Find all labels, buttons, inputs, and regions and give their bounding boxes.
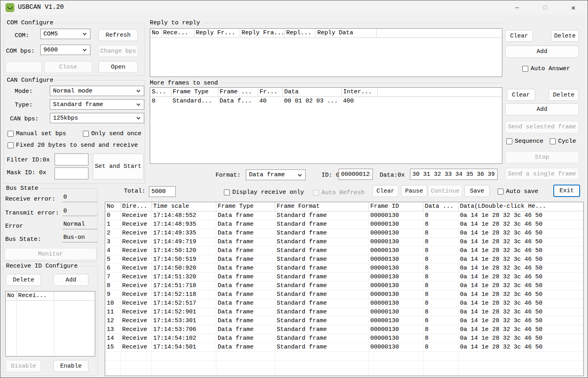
pause-button[interactable]: Pause	[401, 185, 427, 197]
table-row[interactable]: 13Receive17:14:53:706Data frameStandard …	[105, 325, 583, 334]
format-select[interactable]: Data frame	[246, 169, 306, 180]
continue-button[interactable]: Continue	[428, 185, 462, 197]
receive-clear-button[interactable]: Clear	[372, 185, 398, 197]
reply-delete-button[interactable]: Delete	[551, 30, 579, 42]
reply-clear-button[interactable]: Clear	[505, 30, 533, 42]
cycle-checkbox[interactable]: Cycle	[550, 138, 576, 145]
can-bps-select[interactable]: 125kbps	[50, 113, 144, 123]
auto-answer-checkbox[interactable]: Auto Answer	[522, 65, 570, 72]
column-header[interactable]: Frame ...	[218, 88, 258, 96]
send-single-frame-button[interactable]: Send a single frame	[505, 168, 579, 180]
frames-add-button[interactable]: Add	[505, 103, 579, 115]
exit-button[interactable]: Exit	[553, 185, 580, 197]
column-header[interactable]: Rece...	[161, 29, 194, 37]
column-header[interactable]: No	[6, 291, 16, 300]
table-cell: 2	[105, 228, 120, 237]
table-row[interactable]: 8Receive17:14:51:718Data frameStandard f…	[105, 281, 583, 290]
fixed-20-bytes-checkbox[interactable]: Fixed 20 bytes to send and receive	[8, 142, 138, 149]
change-bps-button[interactable]: Change bps	[98, 45, 138, 57]
table-row[interactable]: 5Receive17:14:50:519Data frameStandard f…	[105, 255, 583, 264]
manual-set-bps-checkbox[interactable]: Manual set bps	[8, 130, 66, 137]
column-header[interactable]: Reply Data	[316, 29, 376, 37]
com-bps-select[interactable]: 9600	[40, 45, 90, 55]
column-header[interactable]: No	[105, 202, 120, 211]
can-bps-value: 125kbps	[53, 115, 78, 122]
table-cell: 0	[105, 211, 120, 220]
receive-id-disable-button[interactable]: Disable	[6, 360, 41, 372]
sequence-checkbox[interactable]: Sequence	[506, 138, 543, 145]
column-header[interactable]: Recei...	[16, 291, 54, 300]
auto-refresh-checkbox[interactable]: Auto Refresh	[313, 189, 365, 196]
column-header[interactable]: Frame Format	[275, 202, 368, 211]
table-cell: 0a 14 1e 28 32 3c 46 50	[458, 255, 583, 264]
close-com-button[interactable]: Close	[44, 61, 92, 73]
column-header[interactable]: S...	[150, 88, 171, 96]
table-cell: Receive	[120, 325, 151, 334]
table-row[interactable]: 6Receive17:14:50:920Data frameStandard f…	[105, 264, 583, 272]
table-row[interactable]: 10Receive17:14:52:517Data frameStandard …	[105, 299, 583, 307]
column-header[interactable]: Dire...	[120, 202, 151, 211]
receive-table-container: NoDire...Time scaleFrame TypeFrame Forma…	[105, 202, 584, 376]
frames-delete-button[interactable]: Delete	[549, 89, 579, 101]
total-label: Total:	[124, 188, 145, 195]
column-header[interactable]: Repl...	[284, 29, 316, 37]
stop-button[interactable]: Stop	[505, 151, 579, 163]
mask-id-input[interactable]	[55, 167, 88, 179]
column-header[interactable]: Reply Fra...	[240, 29, 284, 37]
send-id-input[interactable]	[339, 169, 373, 180]
only-send-once-checkbox[interactable]: Only send once	[83, 130, 141, 137]
table-row[interactable]: 12Receive17:14:53:301Data frameStandard …	[105, 316, 583, 325]
column-header[interactable]: No	[150, 29, 161, 37]
column-header[interactable]: Reply Fr...	[194, 29, 240, 37]
column-header[interactable]: Data(LDouble-click He...	[458, 202, 583, 211]
table-cell: 00000130	[368, 211, 423, 220]
receive-id-table: NoRecei...	[6, 291, 95, 355]
column-header[interactable]: Data ...	[423, 202, 458, 211]
column-header[interactable]: Data	[282, 88, 341, 96]
table-row[interactable]: 9Receive17:14:52:118Data frameStandard f…	[105, 290, 583, 299]
reply-add-button[interactable]: Add	[505, 45, 579, 58]
table-row[interactable]: 1Receive17:14:48:935Data frameStandard f…	[105, 220, 583, 228]
table-row[interactable]: 15Receive17:14:54:501Data frameStandard …	[105, 343, 583, 351]
com-bps-label: COM bps:	[6, 48, 35, 55]
frames-clear-button[interactable]: Clear	[507, 89, 535, 101]
total-input[interactable]	[149, 186, 176, 197]
can-type-value: Standard frame	[53, 101, 103, 108]
can-mode-select[interactable]: Normal mode	[50, 86, 144, 96]
table-row[interactable]: 3Receive17:14:49:719Data frameStandard f…	[105, 237, 583, 246]
open-com-button[interactable]: Open	[98, 61, 138, 73]
table-cell: Standard frame	[275, 334, 368, 343]
save-button[interactable]: Save	[465, 185, 490, 197]
send-data-label: Data:0x	[380, 172, 405, 179]
column-header[interactable]: Frame Type	[171, 88, 218, 96]
refresh-button[interactable]: Refresh	[98, 29, 138, 41]
close-icon[interactable]: ✕	[564, 0, 582, 15]
table-row[interactable]: 4Receive17:14:50:120Data frameStandard f…	[105, 246, 583, 255]
table-row[interactable]: 7Receive17:14:51:320Data frameStandard f…	[105, 272, 583, 281]
error-label: Error	[5, 223, 23, 230]
receive-id-enable-button[interactable]: Enable	[53, 360, 88, 372]
column-header[interactable]: Time scale	[151, 202, 216, 211]
receive-id-delete-button[interactable]: Delete	[6, 274, 41, 286]
can-type-select[interactable]: Standard frame	[50, 99, 144, 110]
monitor-button[interactable]: Monitor	[5, 248, 96, 260]
com-port-select[interactable]: COM5	[40, 29, 90, 39]
receive-id-add-button[interactable]: Add	[53, 274, 88, 286]
column-header[interactable]: Inter...	[341, 88, 377, 96]
maximize-icon[interactable]: □	[536, 0, 554, 15]
column-header[interactable]: Fr...	[258, 88, 282, 96]
send-data-input[interactable]	[410, 169, 498, 180]
auto-save-checkbox[interactable]: Auto save	[498, 188, 538, 195]
set-and-start-button[interactable]: Set and Start	[93, 154, 143, 179]
table-row[interactable]: 0Standard...Data f...4000 01 02 03 ...40…	[150, 96, 502, 105]
table-row[interactable]: 0Receive17:14:48:552Data frameStandard f…	[105, 211, 583, 220]
display-receive-only-checkbox[interactable]: Display receive only	[224, 189, 304, 196]
minimize-icon[interactable]: —	[508, 0, 526, 15]
filter-id-input[interactable]	[55, 154, 88, 165]
table-row[interactable]: 11Receive17:14:52:901Data frameStandard …	[105, 307, 583, 316]
send-selected-frame-button[interactable]: Send selected frame	[505, 121, 579, 133]
column-header[interactable]: Frame ID	[368, 202, 423, 211]
column-header[interactable]: Frame Type	[216, 202, 275, 211]
table-row[interactable]: 2Receive17:14:49:335Data frameStandard f…	[105, 228, 583, 237]
table-row[interactable]: 14Receive17:14:54:102Data frameStandard …	[105, 334, 583, 343]
